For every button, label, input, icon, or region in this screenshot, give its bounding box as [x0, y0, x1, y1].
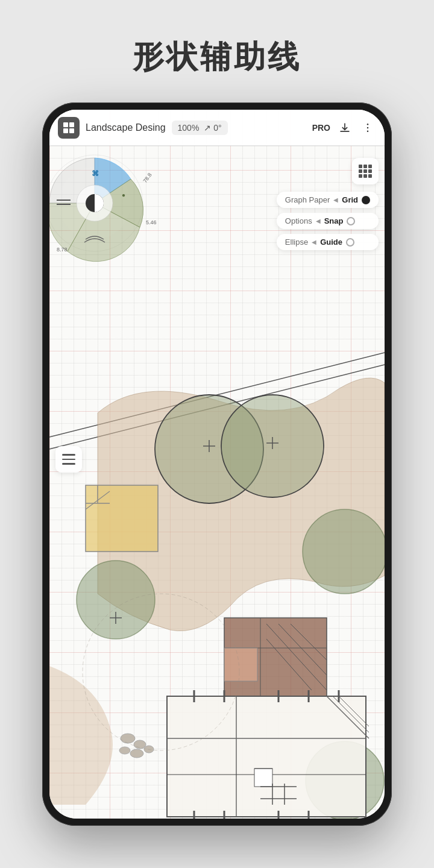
- graph-paper-option-row[interactable]: Graph Paper ◀ Grid: [277, 192, 379, 208]
- guide-indicator[interactable]: [346, 238, 354, 247]
- svg-point-54: [367, 127, 369, 128]
- graph-paper-label: Graph Paper: [285, 195, 330, 204]
- pro-button[interactable]: PRO: [312, 123, 330, 133]
- svg-text:78.8: 78.8: [142, 172, 153, 184]
- ellipse-guide-row[interactable]: Ellipse ◀ Guide: [277, 234, 379, 250]
- guide-label: Guide: [320, 237, 342, 247]
- options-chevron: ◀: [316, 218, 321, 224]
- snap-indicator[interactable]: [347, 217, 355, 225]
- zoom-rotation-display[interactable]: 100% ↗ 0°: [172, 121, 228, 135]
- svg-point-48: [134, 740, 146, 749]
- svg-point-12: [77, 561, 155, 639]
- hamburger-line-1: [62, 454, 75, 456]
- svg-rect-24: [224, 648, 257, 681]
- options-panel: Graph Paper ◀ Grid Options ◀ Snap Ellips…: [277, 192, 379, 250]
- download-button[interactable]: [336, 119, 353, 136]
- grid-toggle-button[interactable]: [352, 158, 379, 184]
- svg-text:8.78: 8.78: [57, 247, 68, 253]
- hamburger-line-3: [62, 463, 75, 465]
- radial-menu[interactable]: ⌘ ● 78.8 5.46 8.78: [49, 140, 158, 266]
- options-label: Options: [285, 216, 312, 225]
- options-snap-row[interactable]: Options ◀ Snap: [277, 213, 379, 229]
- svg-point-15: [303, 509, 385, 594]
- grid-menu-button[interactable]: [58, 117, 80, 139]
- ellipse-label: Ellipse: [285, 237, 308, 247]
- graph-paper-chevron: ◀: [333, 197, 338, 203]
- svg-text:●: ●: [122, 192, 125, 198]
- svg-point-53: [367, 123, 369, 125]
- grid-menu-icon: [63, 122, 74, 133]
- svg-text:5.46: 5.46: [146, 219, 157, 225]
- svg-rect-38: [254, 769, 272, 787]
- project-name-label: Landscape Desing: [86, 122, 166, 133]
- grid-toggle-icon: [359, 165, 372, 178]
- rotation-label: ↗ 0°: [204, 123, 221, 133]
- snap-label: Snap: [324, 216, 344, 225]
- svg-point-55: [367, 130, 369, 132]
- ellipse-chevron: ◀: [312, 239, 316, 245]
- zoom-level: 100%: [178, 123, 200, 133]
- grid-indicator[interactable]: [362, 196, 370, 204]
- svg-point-47: [121, 734, 135, 743]
- phone-screen: Landscape Desing 100% ↗ 0° PRO: [49, 110, 385, 819]
- layers-button[interactable]: [55, 446, 82, 473]
- hamburger-line-2: [62, 459, 75, 461]
- phone-frame: Landscape Desing 100% ↗ 0° PRO: [42, 102, 392, 826]
- page-title: 形状辅助线: [133, 36, 301, 78]
- more-options-button[interactable]: [359, 119, 376, 136]
- grid-label: Grid: [342, 195, 358, 204]
- svg-rect-8: [86, 485, 158, 552]
- svg-point-49: [119, 747, 130, 754]
- svg-text:⌘: ⌘: [92, 169, 99, 178]
- svg-point-50: [130, 749, 143, 758]
